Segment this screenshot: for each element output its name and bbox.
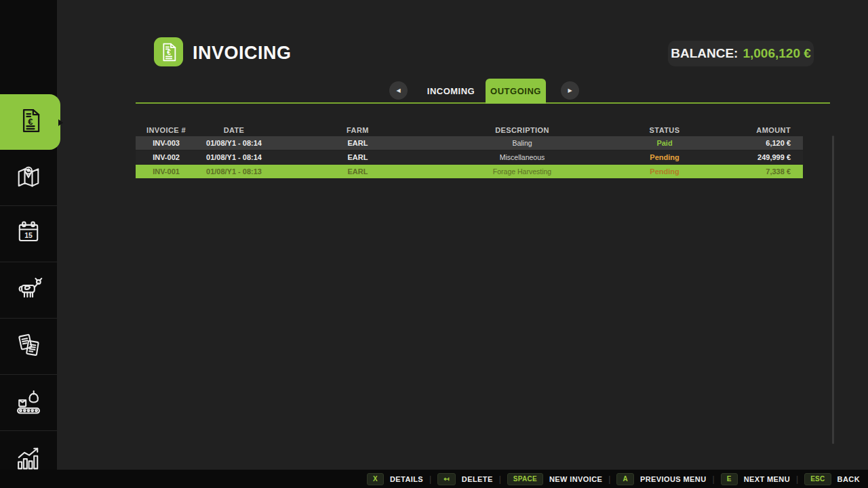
shortcut-label: DETAILS — [390, 475, 423, 483]
cell-date: 01/08/Y1 - 08:13 — [197, 167, 271, 176]
status-badge: Paid — [600, 139, 729, 147]
sidebar-item-production[interactable] — [0, 375, 57, 431]
column-header-invoice: INVOICE # — [136, 126, 197, 134]
separator: | — [429, 474, 431, 484]
cell-amount: 6,120 € — [729, 139, 803, 147]
invoicing-title-icon: € — [154, 37, 183, 66]
cell-invoice: INV-003 — [136, 139, 197, 147]
key-backspace-icon: ↤ — [437, 473, 456, 485]
shortcut-back[interactable]: ESC BACK — [804, 473, 860, 485]
column-header-farm: FARM — [271, 126, 444, 134]
cell-amount: 7,338 € — [729, 167, 803, 176]
tab-underline — [136, 102, 830, 104]
cell-invoice: INV-001 — [136, 167, 197, 176]
table-scrollbar[interactable] — [832, 136, 834, 444]
production-icon — [14, 387, 43, 420]
key-x: X — [367, 473, 384, 485]
tab-prev-button[interactable]: ◀ — [389, 81, 408, 100]
key-a: A — [616, 473, 634, 485]
cell-farm: EARL — [271, 139, 444, 147]
map-icon — [14, 162, 43, 195]
column-header-description: DESCRIPTION — [444, 126, 600, 134]
documents-icon — [14, 331, 43, 363]
tab-outgoing[interactable]: OUTGOING — [486, 79, 546, 104]
shortcut-label: DELETE — [462, 475, 493, 483]
invoicing-screen: € — [0, 0, 868, 488]
page-title: INVOICING — [193, 43, 292, 64]
table-row[interactable]: INV-003 01/08/Y1 - 08:14 EARL Baling Pai… — [136, 136, 803, 150]
key-esc: ESC — [804, 473, 831, 485]
separator: | — [713, 474, 715, 484]
shortcut-previous-menu[interactable]: A PREVIOUS MENU — [616, 473, 706, 485]
invoice-table: INVOICE # DATE FARM DESCRIPTION STATUS A… — [136, 125, 803, 179]
table-header-row: INVOICE # DATE FARM DESCRIPTION STATUS A… — [136, 125, 803, 136]
shortcut-delete[interactable]: ↤ DELETE — [437, 473, 492, 485]
shortcut-details[interactable]: X DETAILS — [367, 473, 423, 485]
cell-date: 01/08/Y1 - 08:14 — [197, 139, 271, 147]
tab-incoming[interactable]: INCOMING — [414, 83, 488, 99]
separator: | — [796, 474, 798, 484]
balance-display: BALANCE: 1,006,120 € — [668, 41, 814, 66]
cell-description: Forage Harvesting — [444, 167, 600, 176]
balance-value: 1,006,120 € — [743, 46, 810, 61]
selection-pointer-icon — [58, 119, 63, 126]
cell-description: Miscellaneous — [444, 153, 600, 161]
separator: | — [608, 474, 610, 484]
column-header-status: STATUS — [600, 126, 729, 134]
svg-text:€: € — [28, 117, 33, 127]
cell-invoice: INV-002 — [136, 153, 197, 161]
shortcut-label: BACK — [837, 475, 860, 483]
separator: | — [499, 474, 501, 484]
balance-label: BALANCE: — [671, 46, 738, 61]
tab-next-button[interactable]: ▶ — [561, 81, 579, 100]
chevron-left-icon: ◀ — [396, 87, 400, 94]
svg-text:€: € — [167, 49, 171, 56]
cow-icon — [14, 274, 43, 307]
shortcut-label: NEW INVOICE — [549, 475, 602, 483]
column-header-amount: AMOUNT — [729, 126, 803, 134]
key-space: SPACE — [507, 473, 543, 485]
chevron-right-icon: ▶ — [568, 87, 572, 94]
sidebar-item-contracts[interactable] — [0, 319, 57, 375]
cell-farm: EARL — [271, 167, 444, 176]
sidebar-item-animals[interactable] — [0, 263, 57, 319]
shortcut-new-invoice[interactable]: SPACE NEW INVOICE — [507, 473, 603, 485]
key-e: E — [721, 473, 738, 485]
shortcut-next-menu[interactable]: E NEXT MENU — [721, 473, 790, 485]
invoice-euro-icon: € — [16, 106, 45, 138]
cell-date: 01/08/Y1 - 08:14 — [197, 153, 271, 161]
svg-text:15: 15 — [24, 232, 33, 239]
status-badge: Pending — [600, 167, 729, 176]
calendar-icon: 15 — [14, 218, 43, 251]
shortcut-label: PREVIOUS MENU — [640, 475, 707, 483]
sidebar: € — [0, 0, 57, 488]
shortcut-label: NEXT MENU — [744, 475, 790, 483]
status-badge: Pending — [600, 153, 729, 161]
sidebar-item-calendar[interactable]: 15 — [0, 207, 57, 262]
cell-amount: 249,999 € — [729, 153, 803, 161]
table-row[interactable]: INV-002 01/08/Y1 - 08:14 EARL Miscellane… — [136, 150, 803, 164]
cell-description: Baling — [444, 139, 600, 147]
column-header-date: DATE — [197, 126, 271, 134]
cell-farm: EARL — [271, 153, 444, 161]
sidebar-item-map[interactable] — [0, 150, 57, 206]
table-row-selected[interactable]: INV-001 01/08/Y1 - 08:13 EARL Forage Har… — [136, 165, 803, 178]
shortcut-bar: X DETAILS | ↤ DELETE | SPACE NEW INVOICE… — [0, 470, 868, 488]
sidebar-item-invoicing[interactable]: € — [0, 94, 60, 150]
